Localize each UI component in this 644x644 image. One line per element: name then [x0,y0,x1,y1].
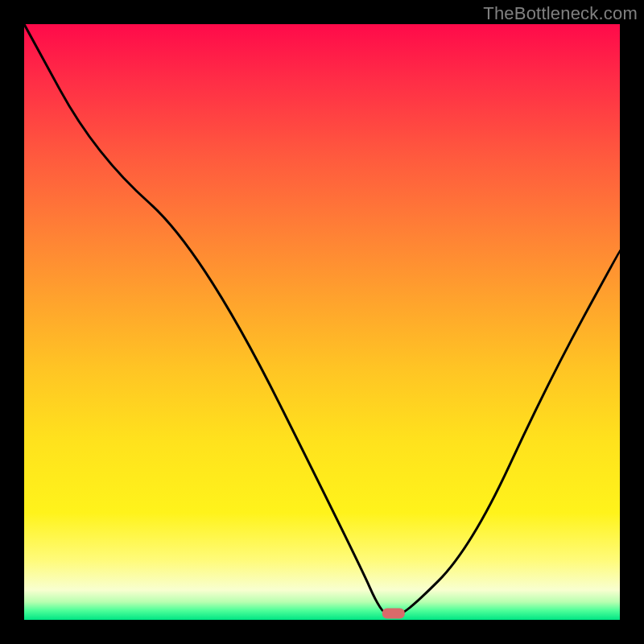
plot-area [24,24,620,620]
attribution-label: TheBottleneck.com [483,3,638,24]
chart-svg [24,24,620,620]
chart-frame: TheBottleneck.com [0,0,644,644]
data-curve [24,24,620,614]
minimum-marker [382,609,405,619]
